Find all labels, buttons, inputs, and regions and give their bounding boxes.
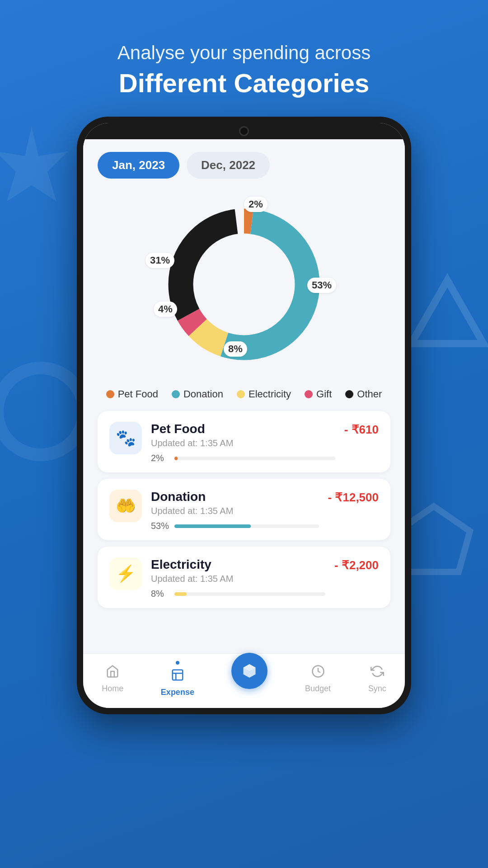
chart-legend: Pet Food Donation Electricity Gift: [98, 388, 390, 400]
category-card-donation: 🤲 Donation Updated at: 1:35 AM 53%: [98, 479, 390, 540]
category-card-electricity: ⚡ Electricity Updated at: 1:35 AM 8%: [98, 547, 390, 608]
category-info-donation: Donation Updated at: 1:35 AM 53%: [151, 490, 319, 531]
progress-fill-donation: [174, 524, 251, 528]
fab-button[interactable]: [231, 653, 267, 689]
nav-home[interactable]: Home: [102, 665, 123, 693]
legend-dot-gift: [305, 390, 313, 398]
category-amount-petfood: - ₹610: [344, 423, 379, 437]
nav-expense[interactable]: Expense: [161, 661, 194, 697]
label-8pct: 8%: [224, 341, 247, 357]
budget-icon: [311, 665, 325, 681]
label-2pct: 2%: [244, 197, 267, 212]
bottom-nav: Home Expense: [83, 653, 405, 708]
progress-bg-electricity: [174, 592, 325, 596]
label-4pct: 4%: [154, 302, 177, 317]
legend-label-petfood: Pet Food: [118, 388, 158, 400]
phone-wrapper: Jan, 2023 Dec, 2022: [0, 117, 488, 714]
category-updated-donation: Updated at: 1:35 AM: [151, 506, 319, 516]
legend-donation: Donation: [172, 388, 223, 400]
home-icon: [106, 665, 119, 681]
category-icon-petfood: 🐾: [109, 422, 142, 454]
header-title: Different Categories: [0, 67, 488, 99]
expense-icon: [171, 668, 184, 685]
category-updated-electricity: Updated at: 1:35 AM: [151, 574, 325, 584]
header-section: Analyse your spending across Different C…: [0, 0, 488, 117]
svg-rect-0: [173, 670, 183, 680]
legend-other: Other: [345, 388, 382, 400]
legend-label-gift: Gift: [316, 388, 332, 400]
phone-frame: Jan, 2023 Dec, 2022: [77, 117, 411, 714]
label-31pct: 31%: [145, 253, 174, 268]
label-53pct: 53%: [307, 278, 336, 293]
header-subtitle: Analyse your spending across: [0, 41, 488, 66]
nav-budget[interactable]: Budget: [305, 665, 331, 693]
category-icon-donation: 🤲: [109, 490, 142, 522]
progress-bg-donation: [174, 524, 319, 528]
legend-dot-electricity: [237, 390, 245, 398]
legend-dot-other: [345, 390, 353, 398]
month-selector: Jan, 2023 Dec, 2022: [98, 152, 390, 179]
nav-budget-label: Budget: [305, 684, 331, 693]
categories-list: 🐾 Pet Food Updated at: 1:35 AM 2%: [98, 411, 390, 653]
category-pct-donation: 53%: [151, 521, 169, 531]
category-name-petfood: Pet Food: [151, 422, 335, 436]
category-pct-petfood: 2%: [151, 453, 169, 463]
camera-bar: [83, 123, 405, 139]
category-progress-electricity: 8%: [151, 589, 325, 599]
category-name-donation: Donation: [151, 490, 319, 504]
category-progress-petfood: 2%: [151, 453, 335, 463]
category-card-petfood: 🐾 Pet Food Updated at: 1:35 AM 2%: [98, 411, 390, 472]
category-icon-electricity: ⚡: [109, 557, 142, 590]
phone-screen: Jan, 2023 Dec, 2022: [83, 123, 405, 708]
nav-sync[interactable]: Sync: [368, 665, 386, 693]
legend-petfood: Pet Food: [106, 388, 158, 400]
nav-expense-label: Expense: [161, 688, 194, 697]
camera-dot: [239, 126, 249, 136]
month-dec-button[interactable]: Dec, 2022: [187, 152, 270, 179]
legend-label-electricity: Electricity: [249, 388, 291, 400]
category-info-electricity: Electricity Updated at: 1:35 AM 8%: [151, 557, 325, 599]
month-jan-button[interactable]: Jan, 2023: [98, 152, 179, 179]
category-amount-donation: - ₹12,500: [328, 491, 379, 505]
legend-label-other: Other: [357, 388, 382, 400]
progress-bg-petfood: [174, 457, 335, 460]
nav-home-label: Home: [102, 684, 123, 693]
donut-chart-container: 2% 53% 8% 4% 31%: [149, 189, 339, 379]
active-indicator: [176, 661, 179, 665]
legend-electricity: Electricity: [237, 388, 291, 400]
category-progress-donation: 53%: [151, 521, 319, 531]
category-pct-electricity: 8%: [151, 589, 169, 599]
sync-icon: [371, 665, 384, 681]
category-amount-electricity: - ₹2,200: [334, 558, 379, 572]
nav-fab-item[interactable]: [231, 669, 267, 689]
progress-fill-petfood: [174, 457, 178, 460]
category-name-electricity: Electricity: [151, 557, 325, 572]
category-updated-petfood: Updated at: 1:35 AM: [151, 438, 335, 448]
legend-dot-donation: [172, 390, 180, 398]
legend-dot-petfood: [106, 390, 114, 398]
progress-fill-electricity: [174, 592, 187, 596]
screen-content: Jan, 2023 Dec, 2022: [83, 139, 405, 653]
legend-label-donation: Donation: [183, 388, 223, 400]
nav-sync-label: Sync: [368, 684, 386, 693]
category-info-petfood: Pet Food Updated at: 1:35 AM 2%: [151, 422, 335, 463]
legend-gift: Gift: [305, 388, 332, 400]
